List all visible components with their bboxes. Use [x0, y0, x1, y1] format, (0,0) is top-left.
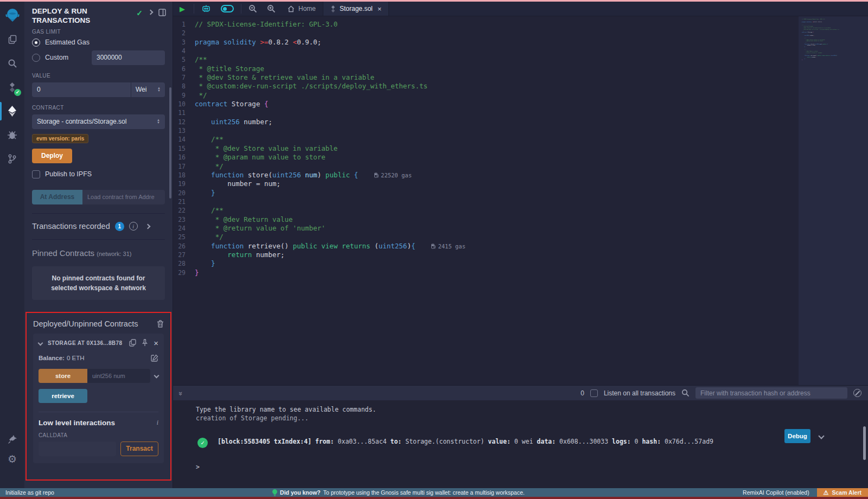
code-content: 1// SPDX-License-Identifier: GPL-3.023pr…: [173, 16, 868, 277]
run-script-icon[interactable]: ▶: [173, 2, 192, 16]
terminal-search-icon[interactable]: [681, 389, 690, 397]
deploy-run-icon[interactable]: [0, 99, 24, 123]
code-line: 27 return number;: [173, 251, 868, 259]
status-bar: Initialize as git repo Did you know? To …: [0, 488, 868, 497]
no-pinned-contracts-message: No pinned contracts found for selected w…: [32, 266, 165, 300]
panel-chevron-right-icon[interactable]: [148, 10, 154, 15]
custom-gas-radio[interactable]: [32, 54, 40, 62]
deploy-button[interactable]: Deploy: [32, 149, 72, 163]
copy-address-icon[interactable]: [129, 339, 136, 347]
code-line: 7 * @dev Store & retrieve value in a var…: [173, 73, 868, 82]
zoom-in-icon[interactable]: [262, 2, 280, 16]
expand-store-icon[interactable]: [154, 373, 159, 379]
code-line: 20 }: [173, 189, 868, 197]
clear-console-icon[interactable]: [853, 389, 861, 397]
low-level-title: Low level interactions: [39, 419, 157, 427]
terminal-prompt[interactable]: >: [196, 463, 868, 471]
low-level-info-icon[interactable]: i: [157, 419, 158, 427]
code-line: 25 */: [173, 233, 868, 241]
value-input[interactable]: [32, 82, 131, 97]
contract-instance-label: STORAGE AT 0X136...8B78: [48, 340, 125, 346]
solidity-compiler-icon[interactable]: ✓: [0, 75, 24, 99]
code-editor[interactable]: 1// SPDX-License-Identifier: GPL-3.023pr…: [173, 16, 868, 385]
scam-alert-badge[interactable]: ⚠ Scam Alert: [817, 488, 868, 497]
edit-balance-icon[interactable]: [151, 354, 158, 362]
retrieve-function-button[interactable]: retrieve: [39, 389, 87, 403]
terminal-scrollbar[interactable]: [863, 426, 866, 460]
calldata-input[interactable]: [39, 442, 116, 456]
gas-estimate-hint: 22520 gas: [374, 171, 412, 180]
code-line: 26 function retrieve() public view retur…: [173, 242, 868, 251]
code-line: 9 */: [173, 91, 868, 100]
expand-transactions-icon[interactable]: [145, 223, 150, 229]
custom-gas-input[interactable]: [92, 50, 165, 65]
publish-ipfs-option[interactable]: Publish to IPFS: [32, 170, 165, 178]
code-line: 2: [173, 29, 868, 37]
remove-contract-icon[interactable]: ×: [154, 339, 158, 347]
code-line: }: [802, 59, 868, 61]
store-function-button[interactable]: store: [39, 369, 87, 383]
balance-value: 0 ETH: [67, 355, 85, 361]
ai-toggle-switch[interactable]: [216, 2, 239, 16]
plugin-manager-icon[interactable]: [8, 435, 17, 444]
tab-home[interactable]: Home: [280, 2, 323, 16]
code-line: 29}: [173, 268, 868, 277]
copilot-status[interactable]: RemixAI Copilot (enabled): [743, 489, 809, 496]
warning-icon: ⚠: [824, 489, 829, 496]
debugger-icon[interactable]: [0, 123, 24, 147]
transaction-log-entry[interactable]: ✓ [block:5583405 txIndex:4] from: 0xa03.…: [196, 437, 868, 446]
value-unit-select[interactable]: Wei ▲▼: [131, 82, 165, 97]
git-icon[interactable]: [0, 147, 24, 171]
code-line: 12 uint256 number;: [173, 118, 868, 126]
pin-panel-icon[interactable]: [158, 9, 166, 16]
trash-icon[interactable]: [157, 320, 164, 328]
code-line: 28 }: [173, 259, 868, 268]
estimated-gas-option[interactable]: Estimated Gas: [32, 39, 165, 47]
info-icon[interactable]: i: [129, 222, 138, 231]
git-init-status[interactable]: Initialize as git repo: [5, 489, 54, 496]
transaction-filter-input[interactable]: [695, 387, 847, 399]
pinned-network-label: (network: 31): [97, 251, 131, 257]
terminal-line: creation of Storage pending...: [196, 414, 868, 423]
store-args-input[interactable]: [87, 369, 150, 383]
pin-contract-icon[interactable]: [142, 339, 148, 347]
minimap[interactable]: // SPDX-License-Identifier: GPL-3.0pragm…: [799, 16, 868, 385]
settings-icon[interactable]: ⚙: [8, 453, 17, 465]
search-icon[interactable]: [0, 52, 24, 75]
lightbulb-icon: [272, 489, 277, 496]
tab-storage-sol[interactable]: Storage.sol ×: [323, 2, 389, 16]
terminal-output[interactable]: Type the library name to see available c…: [173, 400, 868, 488]
terminal-line: Type the library name to see available c…: [196, 405, 868, 414]
collapse-terminal-icon[interactable]: »: [177, 392, 185, 394]
divider: [39, 412, 158, 412]
code-line: 8 * @custom:dev-run-script ./scripts/dep…: [173, 82, 868, 91]
debug-button[interactable]: Debug: [784, 429, 810, 443]
close-tab-icon[interactable]: ×: [378, 5, 382, 12]
at-address-button[interactable]: At Address: [32, 190, 82, 204]
transactions-recorded-row[interactable]: Transactions recorded 1 i: [32, 214, 165, 239]
code-line: 6 * @title Storage: [173, 65, 868, 73]
panel-scrollbar[interactable]: [169, 87, 171, 199]
code-line: 19 number = num;: [173, 180, 868, 188]
at-address-input[interactable]: [82, 190, 165, 204]
file-explorer-icon[interactable]: [0, 28, 24, 52]
window-top-edge: [0, 0, 868, 2]
ai-assistant-icon[interactable]: [196, 2, 216, 16]
contract-select[interactable]: Storage - contracts/Storage.sol ▲▼: [32, 114, 165, 129]
transact-button[interactable]: Transact: [120, 442, 158, 456]
red-annotation-box: Deployed/Unpinned Contracts STORAGE AT 0…: [25, 312, 171, 481]
zoom-out-icon[interactable]: [244, 2, 262, 16]
gas-estimate-hint: 2415 gas: [431, 242, 465, 251]
panel-check-icon: ✓: [136, 9, 143, 17]
editor-column: ▶ Home Storage.so: [173, 2, 868, 488]
code-line: 23 * @dev Return value: [173, 215, 868, 224]
publish-ipfs-checkbox[interactable]: [32, 170, 40, 178]
estimated-gas-radio[interactable]: [32, 39, 40, 47]
code-line: 18 function store(uint256 num) public {2…: [173, 171, 868, 180]
listen-all-checkbox[interactable]: [590, 389, 598, 397]
custom-gas-option[interactable]: Custom: [32, 50, 165, 65]
collapse-contract-icon[interactable]: [38, 340, 43, 346]
transactions-count-badge: 1: [115, 222, 124, 231]
listen-all-label: Listen on all transactions: [604, 389, 675, 397]
code-line: 15 * @dev Store value in variable: [173, 144, 868, 153]
